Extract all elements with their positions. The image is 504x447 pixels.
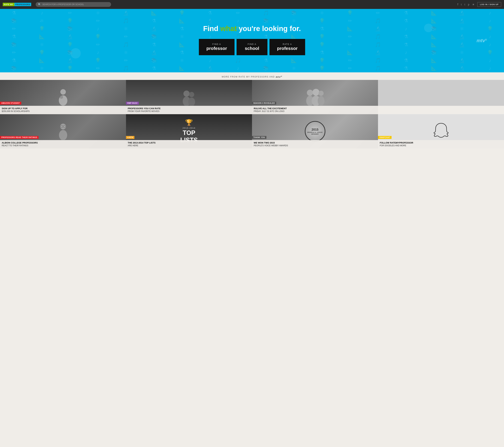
social-nav: f t t p ☀ LOG IN / SIGN UP	[457, 2, 501, 7]
pinterest-icon[interactable]: p	[468, 3, 469, 6]
grid-caption-1: PROFESSORS YOU CAN RATE FROM YOUR FAVORI…	[126, 106, 252, 114]
more-from-text: MORE FROM RATE MY PROFESSORS AND	[222, 76, 275, 78]
hero-title-highlight: what	[220, 24, 237, 33]
svg-point-9	[312, 89, 319, 96]
grid-subtitle-5: ARE HERE	[128, 144, 250, 147]
grid-caption-0: SIGN UP TO APPLY FOR $250,000 IN SCHOLAR…	[0, 106, 126, 114]
grid-item-0[interactable]: AMAZON STUDENT SIGN UP TO APPLY FOR $250…	[0, 80, 126, 114]
grid-tag-1: RMP BUZZ	[126, 102, 139, 105]
svg-point-2	[60, 95, 63, 99]
tumblr-icon[interactable]: t	[464, 3, 465, 6]
grid-caption-5: THE 2013-2014 TOP LISTS ARE HERE	[126, 140, 252, 149]
hero-title-start: Find	[203, 24, 220, 33]
instagram-icon[interactable]: ☀	[472, 3, 474, 6]
grid-subtitle-3	[380, 110, 502, 112]
grid-title-5: THE 2013-2014 TOP LISTS	[128, 141, 250, 144]
find-professor-button[interactable]: FIND A professor	[199, 39, 234, 55]
mtvu-logo: mtvU	[477, 38, 487, 43]
find-professor-bottom: professor	[206, 46, 227, 51]
webby-badge: 2015 PEOPLE'S VOICE WINNER	[305, 121, 325, 142]
search-icon: 🔍	[38, 3, 41, 6]
svg-point-11	[319, 91, 324, 96]
grid-subtitle-2: FRIDAY JULY 31 8/7C ON LOGO	[254, 110, 376, 112]
find-school-top: FIND A	[248, 43, 256, 45]
toplists-year: 2013-2014	[180, 127, 198, 129]
logo-part1: RATE MY	[3, 3, 14, 6]
grid-subtitle-4: REACT TO THEIR RATINGS	[2, 144, 124, 147]
svg-point-12	[318, 96, 324, 106]
twitter-icon[interactable]: t	[461, 3, 462, 6]
grid-title-4: ALBION COLLEGE PROFESSORS	[2, 141, 124, 144]
grid-tag-6: THANK YOU	[252, 136, 266, 139]
toplists-top: TOP	[180, 129, 198, 136]
grid-tag-2: SEASON 4 RUVEALED	[252, 102, 276, 105]
grid-item-6[interactable]: 2015 PEOPLE'S VOICE WINNER THANK YOU WE …	[252, 114, 378, 149]
grid-subtitle-1: FROM YOUR FAVORITE MOVIES	[128, 110, 250, 112]
grid-item-2[interactable]: SEASON 4 RUVEALED RULIVE ALL THE EXCITEM…	[252, 80, 378, 114]
grid-caption-2: RULIVE ALL THE EXCITEMENT FRIDAY JULY 31…	[252, 106, 378, 114]
rate-professor-bottom: professor	[277, 46, 298, 51]
svg-point-5	[189, 92, 194, 97]
grid-title-1: PROFESSORS YOU CAN RATE	[128, 107, 250, 110]
svg-point-3	[183, 91, 190, 97]
more-from-bar: MORE FROM RATE MY PROFESSORS AND mtvU	[0, 72, 504, 80]
grid-caption-4: ALBION COLLEGE PROFESSORS REACT TO THEIR…	[0, 140, 126, 149]
facebook-icon[interactable]: f	[457, 3, 458, 6]
grid-subtitle-0: $250,000 IN SCHOLARSHIPS	[2, 110, 124, 112]
logo-part2: PROFESSORS	[14, 3, 31, 6]
grid-title-0: SIGN UP TO APPLY FOR	[2, 107, 124, 110]
grid-item-5[interactable]: 🏆 2013-2014 TOP LISTS LISTS THE 2013-201…	[126, 114, 252, 149]
trophy-icon: 🏆	[180, 119, 198, 126]
logo[interactable]: RATE MY PROFESSORS	[3, 3, 31, 6]
rate-professor-top: RATE A	[283, 43, 292, 45]
search-input[interactable]	[42, 3, 109, 6]
mtvu-text: mtvU	[276, 75, 282, 78]
find-school-button[interactable]: FIND A school	[236, 39, 268, 55]
hero-title-end: you're looking for.	[237, 24, 301, 33]
grid-tag-7: SNAPCHAT	[378, 136, 392, 139]
grid-item-3	[378, 80, 504, 114]
grid-title-2: RULIVE ALL THE EXCITEMENT	[254, 107, 376, 110]
grid-tag-4: PROFESSORS READ THEIR RATINGS	[0, 136, 38, 139]
grid-title-7: FOLLOW RATEMYPROFESSOR	[380, 141, 502, 144]
hero-buttons: FIND A professor FIND A school RATE A pr…	[199, 39, 305, 55]
svg-point-14	[59, 130, 67, 140]
grid-item-4[interactable]: PROFESSORS READ THEIR RATINGS ALBION COL…	[0, 114, 126, 149]
rate-professor-button[interactable]: RATE A professor	[270, 39, 305, 55]
hero-title: Find what you're looking for.	[203, 24, 301, 33]
grid-tag-0: AMAZON STUDENT	[0, 102, 21, 105]
header: RATE MY PROFESSORS 🔍 f t t p ☀ LOG IN / …	[0, 0, 504, 9]
grid-subtitle-7: FOR DOODLES AND MORE	[380, 144, 502, 147]
content-grid: AMAZON STUDENT SIGN UP TO APPLY FOR $250…	[0, 80, 504, 149]
grid-caption-3	[378, 106, 504, 114]
grid-title-6: WE WON TWO 2015	[254, 141, 376, 144]
grid-title-3	[380, 107, 502, 110]
grid-caption-6: WE WON TWO 2015 PEOPLE'S VOICE WEBBY AWA…	[252, 140, 378, 149]
webby-year: 2015	[311, 128, 318, 131]
grid-item-1[interactable]: RMP BUZZ PROFESSORS YOU CAN RATE FROM YO…	[126, 80, 252, 114]
find-school-bottom: school	[245, 46, 259, 51]
svg-point-7	[307, 90, 313, 96]
login-button[interactable]: LOG IN / SIGN UP	[477, 2, 501, 7]
hero-section: ⚗♪✏⚛🔬📐💡⚗✏🎵📚⚛💡✏⚗📐🔬♪ 📚⚛💡✏🎵⚗📐🔬♪📚⚛💡✏🎵⚗📐🔬♪ ✏💡…	[0, 9, 504, 72]
snapchat-ghost-icon	[432, 122, 450, 141]
grid-item-7[interactable]: SNAPCHAT FOLLOW RATEMYPROFESSOR FOR DOOD…	[378, 114, 504, 149]
find-professor-top: FIND A	[212, 43, 221, 45]
grid-caption-7: FOLLOW RATEMYPROFESSOR FOR DOODLES AND M…	[378, 140, 504, 149]
search-bar[interactable]: 🔍	[36, 2, 111, 7]
grid-subtitle-6: PEOPLE'S VOICE WEBBY AWARDS	[254, 144, 376, 147]
webby-text: PEOPLE'S VOICE WINNER	[306, 131, 325, 135]
grid-tag-5: LISTS	[126, 136, 134, 139]
svg-point-0	[60, 89, 66, 95]
